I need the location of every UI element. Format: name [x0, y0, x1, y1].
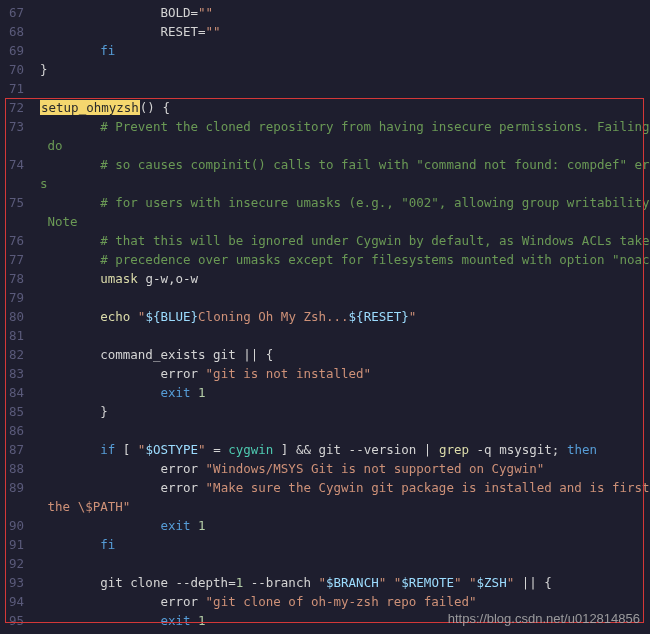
line-number: 68 — [4, 23, 24, 42]
watermark-text: https://blog.csdn.net/u012814856 — [448, 609, 640, 629]
line-number: 67 — [4, 4, 24, 23]
code-content[interactable]: BOLD="" RESET="" fi}setup_ohmyzsh() { # … — [34, 0, 650, 634]
line-number: 85 — [4, 403, 24, 422]
line-number: 73 — [4, 118, 24, 137]
code-line[interactable] — [40, 289, 644, 308]
code-line[interactable]: if [ "$OSTYPE" = cygwin ] && git --versi… — [40, 441, 644, 460]
line-number-gutter: 6768697071727374757677787980818283848586… — [0, 0, 34, 634]
code-line[interactable]: git clone --depth=1 --branch "$BRANCH" "… — [40, 574, 644, 593]
code-line[interactable]: echo "${BLUE}Cloning Oh My Zsh...${RESET… — [40, 308, 644, 327]
code-line[interactable]: umask g-w,o-w — [40, 270, 644, 289]
code-line-wrap[interactable]: s — [40, 175, 644, 194]
code-line[interactable]: error "Windows/MSYS Git is not supported… — [40, 460, 644, 479]
code-line[interactable] — [40, 555, 644, 574]
line-number: 95 — [4, 612, 24, 631]
code-line[interactable]: } — [40, 403, 644, 422]
line-number: 81 — [4, 327, 24, 346]
code-line[interactable]: error "Make sure the Cygwin git package … — [40, 479, 644, 498]
code-editor[interactable]: 6768697071727374757677787980818283848586… — [0, 0, 650, 634]
line-number: 84 — [4, 384, 24, 403]
code-line[interactable]: # so causes compinit() calls to fail wit… — [40, 156, 644, 175]
code-line[interactable]: exit 1 — [40, 517, 644, 536]
code-line[interactable]: exit 1 — [40, 384, 644, 403]
line-number: 82 — [4, 346, 24, 365]
line-number: 86 — [4, 422, 24, 441]
code-line[interactable]: BOLD="" — [40, 4, 644, 23]
code-line[interactable]: } — [40, 61, 644, 80]
line-number: 72 — [4, 99, 24, 118]
line-number: 87 — [4, 441, 24, 460]
code-line[interactable]: setup_ohmyzsh() { — [40, 99, 644, 118]
code-line-wrap[interactable]: do — [40, 137, 644, 156]
code-line[interactable]: error "git is not installed" — [40, 365, 644, 384]
line-number: 74 — [4, 156, 24, 175]
line-number: 71 — [4, 80, 24, 99]
code-line[interactable]: RESET="" — [40, 23, 644, 42]
code-line[interactable]: # Prevent the cloned repository from hav… — [40, 118, 644, 137]
code-line-wrap[interactable]: Note — [40, 213, 644, 232]
line-number: 75 — [4, 194, 24, 213]
line-number: 69 — [4, 42, 24, 61]
code-line[interactable]: command_exists git || { — [40, 346, 644, 365]
code-line[interactable]: fi — [40, 42, 644, 61]
code-line[interactable]: # precedence over umasks except for file… — [40, 251, 644, 270]
line-number: 78 — [4, 270, 24, 289]
line-number: 70 — [4, 61, 24, 80]
line-number: 89 — [4, 479, 24, 498]
line-number: 90 — [4, 517, 24, 536]
line-number: 77 — [4, 251, 24, 270]
code-line[interactable] — [40, 327, 644, 346]
line-number: 79 — [4, 289, 24, 308]
code-line[interactable] — [40, 422, 644, 441]
code-line[interactable] — [40, 80, 644, 99]
line-number: 76 — [4, 232, 24, 251]
line-number: 83 — [4, 365, 24, 384]
code-line-wrap[interactable]: the \$PATH" — [40, 498, 644, 517]
code-line[interactable]: fi — [40, 536, 644, 555]
line-number: 93 — [4, 574, 24, 593]
line-number: 92 — [4, 555, 24, 574]
code-line[interactable]: # that this will be ignored under Cygwin… — [40, 232, 644, 251]
line-number: 94 — [4, 593, 24, 612]
line-number: 80 — [4, 308, 24, 327]
line-number: 91 — [4, 536, 24, 555]
line-number: 88 — [4, 460, 24, 479]
code-line[interactable]: # for users with insecure umasks (e.g., … — [40, 194, 644, 213]
